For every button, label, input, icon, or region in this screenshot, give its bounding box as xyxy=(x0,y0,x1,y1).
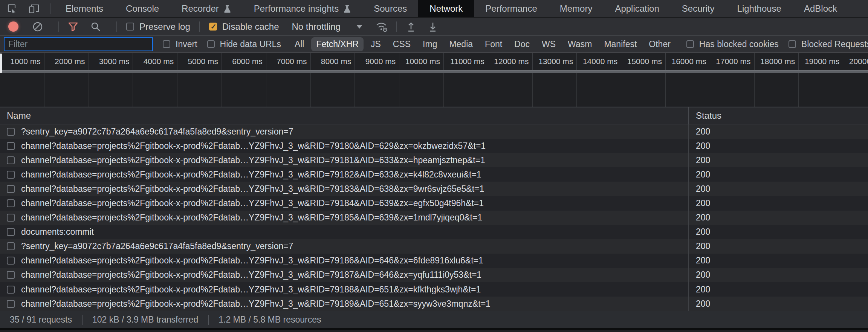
network-filter-bar: Invert Hide data URLs All Fetch/XHR JS xyxy=(0,36,868,53)
type-filter-img[interactable]: Img xyxy=(418,37,442,51)
tab-recorder[interactable]: Recorder xyxy=(170,0,243,17)
request-name: channel?database=projects%2Fgitbook-x-pr… xyxy=(21,198,484,208)
tab-performance[interactable]: Performance xyxy=(474,0,548,17)
tabbar-divider xyxy=(50,3,50,14)
request-checkbox[interactable] xyxy=(7,271,15,279)
har-import-icon[interactable] xyxy=(405,21,417,33)
request-checkbox[interactable] xyxy=(7,242,15,250)
request-name: channel?database=projects%2Fgitbook-x-pr… xyxy=(21,285,481,295)
request-checkbox[interactable] xyxy=(7,142,15,150)
request-status-cell: 200 xyxy=(689,141,868,151)
tab-network[interactable]: Network xyxy=(418,0,474,17)
invert-checkbox[interactable] xyxy=(163,40,170,48)
experiment-flask-icon xyxy=(223,4,231,13)
request-status-cell: 200 xyxy=(689,198,868,208)
status-badge: 200 xyxy=(696,184,710,194)
tab-security[interactable]: Security xyxy=(671,0,726,17)
type-filter-wasm[interactable]: Wasm xyxy=(563,37,597,51)
throttling-select[interactable]: No throttling xyxy=(292,21,362,32)
type-filter-media[interactable]: Media xyxy=(444,37,478,51)
type-filter-doc[interactable]: Doc xyxy=(509,37,535,51)
network-conditions-icon[interactable] xyxy=(375,21,388,32)
table-row[interactable]: ?sentry_key=a9072c7b7a264a6e9c617a4fa5fa… xyxy=(0,239,868,254)
status-badge: 200 xyxy=(696,170,710,179)
tab-elements[interactable]: Elements xyxy=(54,0,115,17)
timeline-tick: 4000 ms xyxy=(133,53,177,70)
tab-sources[interactable]: Sources xyxy=(362,0,418,17)
table-row[interactable]: channel?database=projects%2Fgitbook-x-pr… xyxy=(0,139,868,153)
table-row[interactable]: channel?database=projects%2Fgitbook-x-pr… xyxy=(0,182,868,196)
tab-performance-insights[interactable]: Performance insights xyxy=(243,0,362,17)
type-filter-all[interactable]: All xyxy=(290,37,309,51)
request-name: documents:commit xyxy=(21,227,94,237)
request-checkbox[interactable] xyxy=(7,300,15,308)
table-row[interactable]: channel?database=projects%2Fgitbook-x-pr… xyxy=(0,282,868,297)
request-checkbox[interactable] xyxy=(7,214,15,222)
table-row[interactable]: channel?database=projects%2Fgitbook-x-pr… xyxy=(0,254,868,268)
blocked-requests-checkbox[interactable] xyxy=(789,40,796,48)
request-checkbox[interactable] xyxy=(7,171,15,179)
clear-network-log-icon[interactable] xyxy=(32,21,43,32)
table-row[interactable]: channel?database=projects%2Fgitbook-x-pr… xyxy=(0,167,868,182)
request-status-cell: 200 xyxy=(689,270,868,280)
request-status-cell: 200 xyxy=(689,299,868,309)
column-header-status[interactable]: Status xyxy=(689,107,868,124)
tab-application[interactable]: Application xyxy=(604,0,670,17)
request-checkbox[interactable] xyxy=(7,185,15,193)
table-row[interactable]: channel?database=projects%2Fgitbook-x-pr… xyxy=(0,196,868,210)
overview-splitter[interactable] xyxy=(0,70,868,73)
table-row[interactable]: ?sentry_key=a9072c7b7a264a6e9c617a4fa5fa… xyxy=(0,124,868,139)
request-name-cell: ?sentry_key=a9072c7b7a264a6e9c617a4fa5fa… xyxy=(0,124,689,139)
table-row[interactable]: channel?database=projects%2Fgitbook-x-pr… xyxy=(0,268,868,282)
status-badge: 200 xyxy=(696,155,710,165)
filter-input[interactable] xyxy=(4,37,153,51)
devtools-network-panel: Elements Console Recorder xyxy=(0,0,868,332)
hide-data-urls-checkbox[interactable] xyxy=(207,40,215,48)
toolbar-divider xyxy=(116,21,117,32)
search-icon[interactable] xyxy=(90,21,101,32)
request-status-cell: 200 xyxy=(689,127,868,137)
type-filter-manifest[interactable]: Manifest xyxy=(599,37,642,51)
inspect-element-icon[interactable] xyxy=(6,3,17,14)
har-export-icon[interactable] xyxy=(427,21,439,33)
filter-icon[interactable] xyxy=(67,21,79,32)
type-filter-font[interactable]: Font xyxy=(480,37,507,51)
request-checkbox[interactable] xyxy=(7,199,15,207)
request-checkbox[interactable] xyxy=(7,156,15,164)
overview-left-handle[interactable] xyxy=(0,54,2,73)
type-filter-ws[interactable]: WS xyxy=(537,37,561,51)
type-filter-js[interactable]: JS xyxy=(366,37,386,51)
record-network-log-icon[interactable] xyxy=(8,21,18,32)
tab-console[interactable]: Console xyxy=(115,0,170,17)
has-blocked-cookies-checkbox[interactable] xyxy=(686,40,694,48)
device-toolbar-icon[interactable] xyxy=(28,3,40,14)
table-row[interactable]: documents:commit 200 xyxy=(0,225,868,239)
table-row[interactable]: channel?database=projects%2Fgitbook-x-pr… xyxy=(0,297,868,311)
has-blocked-cookies-control: Has blocked cookies xyxy=(686,39,779,49)
toolbar-divider xyxy=(58,21,59,32)
throttling-value: No throttling xyxy=(292,21,340,32)
table-row[interactable]: channel?database=projects%2Fgitbook-x-pr… xyxy=(0,211,868,225)
type-filter-other[interactable]: Other xyxy=(644,37,675,51)
hide-data-urls-label: Hide data URLs xyxy=(220,39,281,49)
disable-cache-checkbox[interactable] xyxy=(209,23,217,31)
request-checkbox[interactable] xyxy=(7,257,15,265)
timeline-tick: 11000 ms xyxy=(444,53,488,70)
toolbar-divider xyxy=(396,21,397,32)
tab-adblock[interactable]: AdBlock xyxy=(793,0,848,17)
waterfall-overview[interactable] xyxy=(0,73,868,107)
request-status-cell: 200 xyxy=(689,241,868,251)
column-header-name[interactable]: Name xyxy=(0,107,689,124)
tab-memory[interactable]: Memory xyxy=(549,0,604,17)
type-filter-css[interactable]: CSS xyxy=(388,37,416,51)
request-checkbox[interactable] xyxy=(7,286,15,294)
timeline-tick: 3000 ms xyxy=(89,53,133,70)
request-status-cell: 200 xyxy=(689,227,868,237)
preserve-log-checkbox[interactable] xyxy=(126,23,134,31)
table-row[interactable]: channel?database=projects%2Fgitbook-x-pr… xyxy=(0,153,868,167)
request-checkbox[interactable] xyxy=(7,128,15,136)
tab-lighthouse[interactable]: Lighthouse xyxy=(726,0,793,17)
request-checkbox[interactable] xyxy=(7,228,15,236)
tabbar-left-icons xyxy=(0,0,46,17)
type-filter-fetch-xhr[interactable]: Fetch/XHR xyxy=(311,37,363,51)
